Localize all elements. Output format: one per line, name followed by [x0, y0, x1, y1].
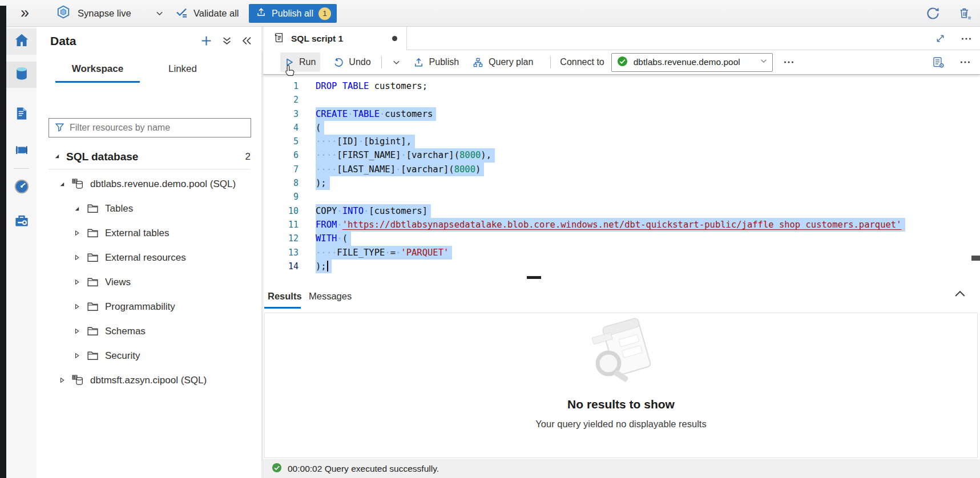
- line-number: 8: [263, 176, 299, 190]
- code-line-3[interactable]: 3CREATE·TABLE·customers: [263, 107, 980, 121]
- code-line-14[interactable]: 14);: [263, 260, 980, 273]
- folder-icon: [86, 349, 99, 362]
- rail-item-manage[interactable]: [6, 209, 37, 235]
- collapse-panel-icon[interactable]: [241, 35, 252, 46]
- tree-item-security[interactable]: Security: [37, 343, 261, 368]
- publish-all-button[interactable]: Publish all 1: [249, 4, 337, 23]
- filter-funnel-icon: [55, 122, 64, 134]
- pool-selector-dropdown[interactable]: dbtlabs.revenue.demo.pool: [611, 53, 773, 72]
- undo-button[interactable]: Undo: [328, 52, 375, 72]
- pool-selector-value: dbtlabs.revenue.demo.pool: [634, 57, 754, 67]
- window-edge: [0, 6, 6, 478]
- caret-collapsed-icon[interactable]: [72, 229, 81, 237]
- tree-item-external-resources[interactable]: External resources: [37, 245, 261, 270]
- tree-item-label: Views: [105, 277, 131, 288]
- tree-item-views[interactable]: Views: [37, 270, 261, 294]
- code-line-4[interactable]: 4(: [263, 121, 980, 135]
- editor-toolbar: Run Undo Publish Query plan Connect to: [263, 50, 980, 74]
- tab-linked[interactable]: Linked: [151, 55, 214, 83]
- tab-workspace[interactable]: Workspace: [55, 55, 140, 83]
- query-plan-button[interactable]: Query plan: [468, 52, 538, 72]
- collapse-results-icon[interactable]: [953, 286, 967, 303]
- run-label: Run: [299, 57, 316, 67]
- code-text: DROP TABLE customers;: [316, 79, 431, 93]
- code-line-12[interactable]: 12WITH·(: [263, 232, 980, 245]
- tree-section-sql-database[interactable]: SQL database 2: [37, 148, 261, 166]
- code-text: CREATE·TABLE·customers: [316, 107, 436, 121]
- line-number: 13: [263, 246, 299, 260]
- folder-icon: [86, 276, 99, 289]
- caret-expanded-icon[interactable]: [57, 180, 66, 188]
- sqlpool-icon: [71, 374, 84, 387]
- validate-icon: [175, 5, 188, 21]
- caret-expanded-icon: [53, 152, 61, 162]
- code-line-8[interactable]: 8);: [263, 176, 980, 190]
- expand-editor-icon[interactable]: [935, 33, 946, 44]
- code-line-7[interactable]: 7····[LAST_NAME]·[varchar](8000): [263, 163, 980, 176]
- tree-item-label: dbtlabs.revenue.demo.pool (SQL): [90, 179, 236, 190]
- chevron-down-icon: [155, 9, 164, 18]
- tab-results[interactable]: Results: [268, 285, 302, 307]
- caret-expanded-icon[interactable]: [72, 205, 81, 212]
- caret-collapsed-icon[interactable]: [72, 327, 81, 335]
- caret-collapsed-icon[interactable]: [72, 254, 81, 261]
- code-text: ····[FIRST_NAME]·[varchar](8000),: [316, 148, 495, 162]
- divider: [381, 56, 382, 68]
- code-line-6[interactable]: 6····[FIRST_NAME]·[varchar](8000),: [263, 148, 980, 162]
- rail-item-data[interactable]: [6, 62, 37, 88]
- validate-all-label: Validate all: [193, 8, 239, 19]
- tree-item-dbtlabs-revenue-demo-pool-sql[interactable]: dbtlabs.revenue.demo.pool (SQL): [37, 172, 261, 196]
- validate-all-button[interactable]: Validate all: [175, 0, 239, 26]
- rail-item-monitor[interactable]: [6, 175, 37, 201]
- tree-item-programmability[interactable]: Programmability: [37, 294, 261, 319]
- line-number: 6: [263, 148, 299, 162]
- code-line-11[interactable]: 11FROM·'https://dbtlabsynapsedatalake.bl…: [263, 218, 980, 232]
- code-line-2[interactable]: 2: [263, 93, 980, 107]
- divider: [550, 56, 551, 68]
- editor-more-icon[interactable]: [959, 56, 971, 68]
- properties-icon[interactable]: [932, 56, 945, 68]
- publish-button[interactable]: Publish: [409, 52, 463, 72]
- editor-scrollbar-thumb[interactable]: [971, 256, 980, 261]
- results-resize-handle[interactable]: [527, 276, 541, 279]
- synapse-studio-window: » Synapse live Validate all Publish all …: [0, 0, 980, 478]
- rail-item-home[interactable]: [6, 29, 37, 55]
- add-icon[interactable]: [200, 35, 212, 47]
- refresh-icon[interactable]: [925, 6, 941, 21]
- line-number: 11: [263, 218, 299, 232]
- caret-collapsed-icon[interactable]: [72, 278, 81, 286]
- tree-item-schemas[interactable]: Schemas: [37, 319, 261, 343]
- results-content: No results to show Your query yielded no…: [264, 313, 978, 458]
- code-line-1[interactable]: 1DROP TABLE customers;: [263, 79, 980, 93]
- code-line-5[interactable]: 5····[ID]·[bigint],: [263, 135, 980, 148]
- resource-tree: dbtlabs.revenue.demo.pool (SQL)TablesExt…: [37, 172, 261, 392]
- tree-item-label: Schemas: [105, 326, 146, 337]
- tab-sql-script-1[interactable]: SQL script 1: [263, 27, 407, 50]
- sql-code-editor[interactable]: 1DROP TABLE customers;23CREATE·TABLE·cus…: [263, 74, 980, 279]
- caret-collapsed-icon[interactable]: [72, 303, 81, 310]
- filter-resources-input[interactable]: [70, 123, 245, 133]
- rail-item-develop[interactable]: [6, 102, 37, 128]
- tree-item-tables[interactable]: Tables: [37, 196, 261, 221]
- branch-selector[interactable]: Synapse live: [56, 0, 164, 26]
- tree-item-dbtmsft-azsyn-cipool-sql[interactable]: dbtmsft.azsyn.cipool (SQL): [37, 368, 261, 392]
- caret-collapsed-icon[interactable]: [72, 352, 81, 359]
- rail-item-integrate[interactable]: [6, 138, 37, 164]
- discard-all-icon[interactable]: [958, 6, 972, 21]
- more-options-icon[interactable]: [961, 33, 972, 44]
- toolbar-more-icon[interactable]: [783, 56, 795, 68]
- run-options-chevron-icon[interactable]: [388, 52, 405, 72]
- code-line-10[interactable]: 10COPY·INTO·[customers]: [263, 204, 980, 218]
- code-line-9[interactable]: 9: [263, 190, 980, 204]
- line-number: 14: [263, 260, 299, 273]
- connected-check-icon: [617, 56, 628, 69]
- tab-messages[interactable]: Messages: [309, 285, 352, 307]
- publish-count-badge: 1: [318, 7, 331, 20]
- code-line-13[interactable]: 13····FILE_TYPE·=·'PARQUET': [263, 246, 980, 260]
- tree-item-external-tables[interactable]: External tables: [37, 221, 261, 245]
- caret-collapsed-icon[interactable]: [57, 376, 66, 384]
- run-button[interactable]: Run: [280, 52, 320, 72]
- collapse-all-icon[interactable]: [221, 35, 232, 46]
- expand-menu-icon[interactable]: »: [21, 2, 29, 23]
- branch-selector-label: Synapse live: [78, 8, 131, 19]
